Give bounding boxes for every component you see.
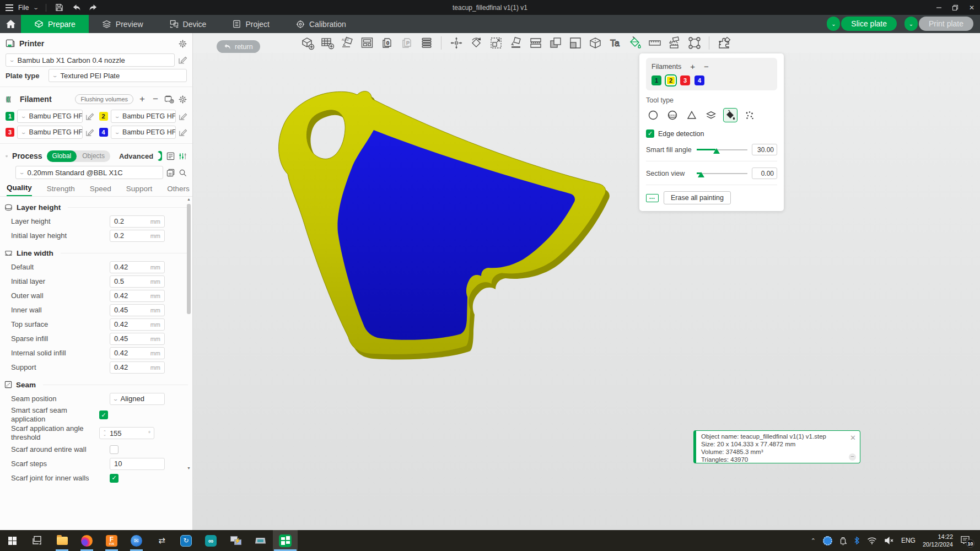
filament-1-badge[interactable]: 1 [6, 112, 14, 121]
save-icon[interactable] [53, 2, 66, 13]
filament-3-select[interactable]: ⌄ Bambu PETG HF [17, 126, 83, 139]
slice-plate-button[interactable]: Slice plate [841, 17, 897, 31]
filament-2-edit-icon[interactable] [179, 112, 187, 121]
print-options-chevron[interactable]: ⌄ [904, 17, 918, 31]
tab-project[interactable]: Project [219, 15, 283, 33]
measure-tool-icon[interactable] [646, 35, 663, 51]
initial-layer-height-input[interactable]: 0.2mm [110, 230, 165, 242]
bluetooth-icon[interactable] [854, 536, 860, 545]
filament-1-select[interactable]: ⌄ Bambu PETG HF [17, 110, 83, 123]
close-button[interactable]: ✕ [963, 0, 980, 15]
scarf-around-wall-checkbox[interactable] [110, 445, 119, 454]
undo-icon[interactable] [71, 2, 83, 13]
plugin-icon[interactable] [715, 35, 733, 51]
file-explorer-button[interactable] [50, 530, 74, 551]
serial-port-button[interactable] [248, 530, 273, 551]
printer-edit-icon[interactable] [178, 56, 187, 64]
filament-2-select[interactable]: ⌄ Bambu PETG HF [111, 110, 176, 123]
layer-height-input[interactable]: 0.2mm [110, 215, 165, 228]
erase-all-painting-button[interactable]: Erase all painting [664, 191, 731, 204]
scroll-up-icon[interactable]: ▲ [187, 197, 191, 201]
keyboard-shortcut-icon[interactable]: ••• [646, 194, 659, 202]
paint-tool-icon[interactable] [626, 35, 643, 51]
tab-strength[interactable]: Strength [47, 185, 75, 196]
firefox-button[interactable] [74, 530, 99, 551]
process-preset-select[interactable]: ⌄ 0.20mm Standard @BBL X1C [15, 166, 163, 179]
ams-sync-icon[interactable] [164, 95, 174, 104]
paint-filament-2-selected[interactable]: 2 [666, 75, 676, 85]
model-painted-fill[interactable] [337, 130, 575, 340]
settings-list-icon[interactable] [166, 152, 175, 160]
copy-icon[interactable]: 0 [378, 35, 395, 51]
add-filament-button[interactable]: + [138, 95, 147, 103]
sidebar-scrollbar[interactable]: ▲ ▼ [187, 198, 191, 467]
scope-objects[interactable]: Objects [77, 150, 110, 162]
bambu-studio-button[interactable] [273, 530, 298, 551]
scroll-down-icon[interactable]: ▼ [187, 466, 191, 470]
section-view-slider[interactable] [697, 170, 747, 177]
paint-filament-1[interactable]: 1 [651, 75, 661, 85]
filament-2-badge[interactable]: 2 [99, 112, 108, 121]
printer-select[interactable]: ⌄ Bambu Lab X1 Carbon 0.4 nozzle [6, 53, 175, 67]
line-width-inner-wall-input[interactable]: 0.45mm [110, 304, 165, 316]
circle-brush-tool-icon[interactable] [646, 108, 660, 122]
fusion360-button[interactable]: FFUS [99, 530, 124, 551]
scope-global[interactable]: Global [47, 150, 77, 162]
triangle-tool-icon[interactable] [685, 108, 699, 122]
wifi-icon[interactable] [867, 537, 877, 544]
move-tool-icon[interactable] [448, 35, 465, 51]
save-preset-icon[interactable] [166, 169, 175, 177]
tab-device[interactable]: Device [157, 15, 220, 33]
add-object-icon[interactable] [299, 35, 316, 51]
info-minimize-icon[interactable]: − [849, 453, 856, 461]
sync-app-button[interactable]: ↻ [174, 530, 198, 551]
layers-icon[interactable] [418, 35, 435, 51]
compare-presets-icon[interactable] [179, 152, 187, 160]
tray-app-icon[interactable] [823, 536, 832, 545]
clock[interactable]: 14:22 20/12/2024 [923, 533, 953, 549]
tab-support[interactable]: Support [126, 185, 152, 196]
filament-settings-gear-icon[interactable] [179, 95, 187, 104]
volume-muted-icon[interactable] [884, 537, 894, 544]
slice-options-chevron[interactable]: ⌄ [827, 17, 840, 31]
remove-filament-button[interactable]: − [151, 95, 160, 103]
process-scope-toggle[interactable]: Global Objects [47, 150, 110, 162]
line-width-default-input[interactable]: 0.42mm [110, 261, 165, 273]
tab-speed[interactable]: Speed [90, 185, 111, 196]
paste-icon[interactable]: P [398, 35, 415, 51]
line-width-initial-input[interactable]: 0.5mm [110, 276, 165, 288]
printer-settings-gear-icon[interactable] [179, 40, 187, 48]
kvm-switch-button[interactable]: ⇄ [149, 530, 174, 551]
arduino-button[interactable]: ∞ [198, 530, 223, 551]
line-width-internal-solid-input[interactable]: 0.42mm [110, 347, 165, 359]
gap-fill-tool-icon[interactable] [742, 108, 757, 122]
rotate-tool-icon[interactable] [467, 35, 484, 51]
fill-tool-icon-active[interactable] [723, 108, 737, 122]
advanced-toggle[interactable] [158, 151, 162, 161]
3d-viewport[interactable]: AUTO 0 P Ta return [193, 33, 980, 530]
arrange-icon[interactable] [358, 35, 375, 51]
tab-preview[interactable]: Preview [89, 15, 157, 33]
tab-prepare[interactable]: Prepare [21, 15, 89, 33]
scarf-angle-spinner[interactable]: ⌃⌄155° [99, 427, 154, 439]
usb-device-icon[interactable] [839, 536, 847, 545]
smart-fill-angle-slider[interactable] [697, 146, 747, 154]
smart-scarf-checkbox[interactable]: ✓ [99, 410, 108, 419]
flushing-volumes-button[interactable]: Flushing volumes [75, 94, 133, 104]
scale-tool-icon[interactable] [487, 35, 504, 51]
minimize-button[interactable] [930, 0, 947, 15]
paint-remove-filament-button[interactable]: − [704, 62, 709, 71]
text-tool-icon[interactable]: Ta [606, 35, 623, 51]
thunderbird-button[interactable]: ✉ [124, 530, 149, 551]
filament-4-edit-icon[interactable] [179, 128, 187, 137]
task-view-button[interactable] [25, 530, 50, 551]
split-parts-icon[interactable] [547, 35, 564, 51]
plate-type-select[interactable]: ⌄ Textured PEI Plate [49, 69, 187, 82]
file-menu-chevron-icon[interactable]: ⌄ [33, 4, 40, 10]
line-width-top-surface-input[interactable]: 0.42mm [110, 318, 165, 331]
restore-button[interactable] [947, 0, 963, 15]
smart-fill-angle-input[interactable]: 30.00 [752, 144, 777, 155]
print-plate-button[interactable]: Print plate [919, 17, 973, 31]
height-range-tool-icon[interactable] [704, 108, 718, 122]
assembly-tool-icon[interactable] [666, 35, 683, 51]
